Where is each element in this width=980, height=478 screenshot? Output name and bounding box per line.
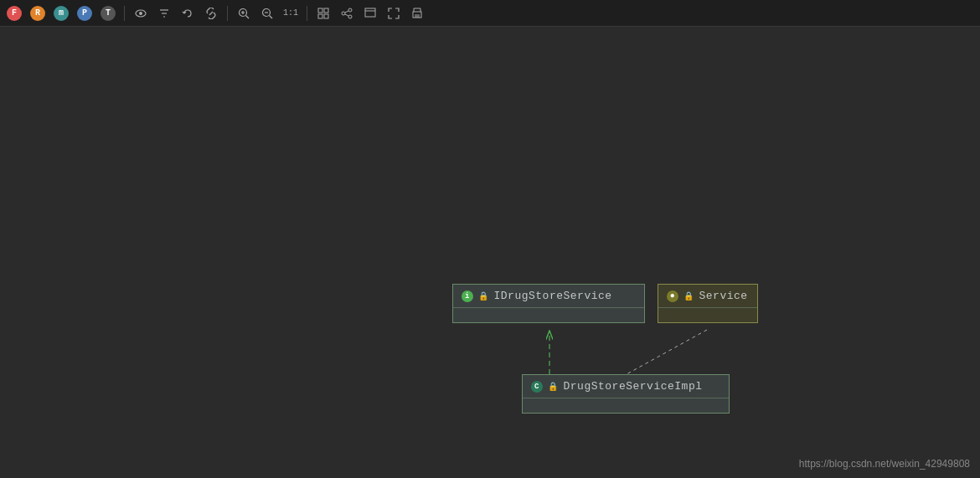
svg-line-20 [345, 14, 348, 16]
node-drugstoreimpl-header: C 🔒 DrugStoreServiceImpl [523, 375, 729, 398]
node-service-label: Service [699, 290, 748, 302]
fullscreen-icon[interactable] [384, 4, 403, 23]
svg-point-1 [139, 12, 142, 15]
service-badge: ● [667, 290, 678, 302]
filter-icon[interactable] [155, 4, 173, 23]
sep3 [307, 6, 307, 21]
sep1 [124, 6, 125, 21]
zoom-in-icon[interactable] [235, 4, 253, 23]
m-toolbar-icon[interactable]: m [52, 4, 70, 23]
idrugstore-badge: i [462, 290, 473, 302]
node-drugstoreimpl[interactable]: C 🔒 DrugStoreServiceImpl [522, 374, 730, 414]
eye-icon[interactable] [132, 4, 150, 23]
watermark: https://blog.csdn.net/weixin_42949808 [799, 458, 970, 470]
p-circle: P [77, 6, 92, 21]
service-lock-icon: 🔒 [683, 291, 694, 301]
svg-line-19 [345, 11, 348, 13]
svg-rect-15 [324, 14, 328, 18]
m-circle: m [54, 6, 69, 21]
zoom-out-icon[interactable] [258, 4, 276, 23]
undo-icon[interactable] [178, 4, 197, 23]
f-circle: F [7, 6, 22, 21]
grid-icon[interactable] [314, 4, 333, 23]
canvas: i 🔒 IDrugStoreService ● 🔒 Service C 🔒 Dr… [0, 27, 980, 478]
r-toolbar-icon[interactable]: R [28, 4, 47, 23]
node-service-header: ● 🔒 Service [658, 285, 757, 307]
svg-rect-14 [318, 14, 322, 18]
f-toolbar-icon[interactable]: F [5, 4, 23, 23]
svg-rect-12 [318, 8, 322, 13]
arrows-svg [0, 27, 980, 478]
node-service-body [658, 307, 757, 322]
link-icon[interactable] [202, 4, 220, 23]
node-idrugstore[interactable]: i 🔒 IDrugStoreService [452, 284, 645, 323]
toolbar: F R m P T 1:1 [0, 0, 980, 27]
t-circle: T [101, 6, 116, 21]
node-service[interactable]: ● 🔒 Service [658, 284, 758, 323]
svg-rect-13 [324, 8, 328, 13]
r-circle: R [30, 6, 45, 21]
export-icon[interactable] [361, 4, 379, 23]
p-toolbar-icon[interactable]: P [75, 4, 94, 23]
svg-point-18 [348, 15, 352, 18]
dependency-arrow [627, 330, 707, 374]
svg-point-16 [348, 8, 352, 12]
svg-line-6 [246, 15, 250, 18]
svg-line-10 [270, 15, 273, 18]
node-idrugstore-header: i 🔒 IDrugStoreService [453, 285, 644, 307]
idrugstore-lock-icon: 🔒 [478, 291, 489, 301]
watermark-text: https://blog.csdn.net/weixin_42949808 [799, 458, 970, 470]
svg-point-17 [342, 12, 345, 15]
print-icon[interactable] [408, 4, 426, 23]
svg-rect-21 [365, 8, 375, 17]
drugstoreimpl-lock-icon: 🔒 [548, 382, 559, 392]
node-drugstoreimpl-label: DrugStoreServiceImpl [564, 380, 703, 393]
node-idrugstore-label: IDrugStoreService [494, 290, 612, 302]
node-idrugstore-body [453, 307, 644, 322]
node-drugstoreimpl-body [523, 398, 729, 413]
zoom-reset-icon[interactable]: 1:1 [281, 4, 300, 23]
drugstoreimpl-badge: C [531, 381, 543, 393]
t-toolbar-icon[interactable]: T [99, 4, 117, 23]
sep2 [227, 6, 228, 21]
share-icon[interactable] [338, 4, 356, 23]
